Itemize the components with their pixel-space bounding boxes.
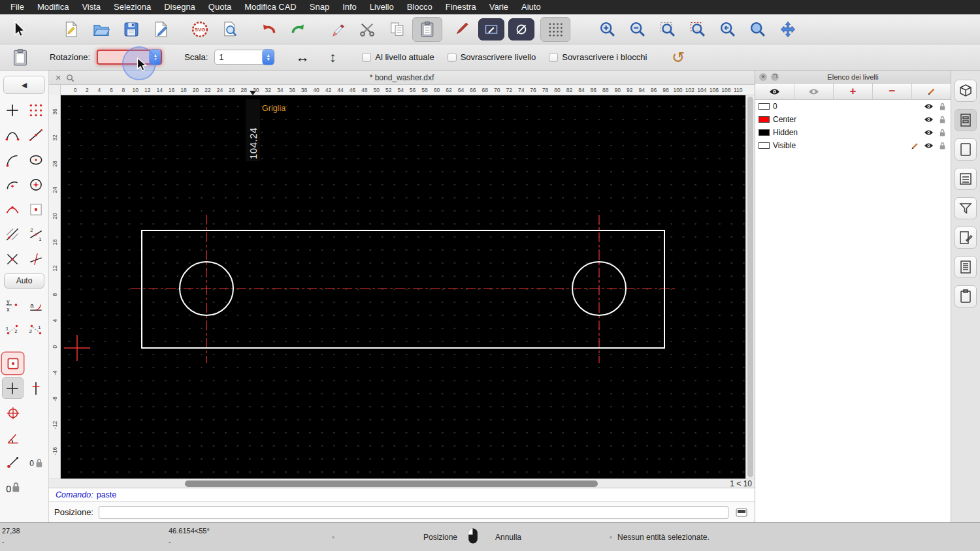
snap-distance-point-button[interactable] <box>2 452 24 473</box>
dock-library-browser-button[interactable] <box>955 227 977 249</box>
checkbox-al-livello-attuale[interactable]: Al livello attuale <box>362 52 434 62</box>
zoom-previous-button[interactable] <box>713 17 743 42</box>
menu-aiuto[interactable]: Aiuto <box>515 0 547 14</box>
layer-lock-icon[interactable] <box>937 129 947 137</box>
zoom-window-button[interactable] <box>743 17 773 42</box>
pan-button[interactable] <box>773 17 803 42</box>
scale-input[interactable]: 1 ▲▼ <box>214 50 274 65</box>
horizontal-scrollbar[interactable] <box>61 480 722 488</box>
menu-finestra[interactable]: Finestra <box>439 0 483 14</box>
snap-distance-manual-button[interactable]: 21 <box>25 223 47 245</box>
snap-distance-button[interactable] <box>2 223 24 245</box>
horizontal-scrollbar-thumb[interactable] <box>185 480 598 487</box>
snap-grid-button[interactable] <box>25 99 47 121</box>
layer-visibility-eye-icon[interactable] <box>923 103 934 110</box>
layer-visibility-eye-icon[interactable] <box>923 116 934 123</box>
edit-attributes-button[interactable] <box>478 18 504 40</box>
dock-selection-filter-button[interactable] <box>955 197 977 219</box>
relative-coordinates-button[interactable]: 12 <box>2 319 24 340</box>
zoom-in-button[interactable] <box>593 17 623 42</box>
grid-toggle-button[interactable] <box>540 17 570 42</box>
document-zoom-icon[interactable] <box>65 72 75 83</box>
delete-tool-button[interactable] <box>322 17 352 42</box>
menu-varie[interactable]: Varie <box>483 0 515 14</box>
menu-modifica-cad[interactable]: Modifica CAD <box>238 0 302 14</box>
flip-vertical-button[interactable]: ↕ <box>321 48 344 67</box>
restrict-orthogonal-button[interactable] <box>2 377 24 399</box>
reset-rotation-button[interactable]: ↺ <box>666 47 690 68</box>
copy-button[interactable] <box>382 17 412 42</box>
checkbox-sovrascrivere-i-blocchi[interactable]: Sovrascrivere i blocchi <box>549 52 647 62</box>
snap-tangent-button[interactable] <box>2 198 24 220</box>
panel-float-button[interactable]: ❐ <box>771 73 779 81</box>
scale-stepper[interactable]: ▲▼ <box>263 50 274 65</box>
menu-blocco[interactable]: Blocco <box>400 0 439 14</box>
checkbox-box[interactable] <box>448 53 457 62</box>
menu-livello[interactable]: Livello <box>363 0 400 14</box>
layer-lock-icon[interactable] <box>937 116 947 124</box>
show-all-layers-button[interactable] <box>755 84 794 99</box>
checkbox-sovrascrivere-livello[interactable]: Sovrascrivere livello <box>448 52 536 62</box>
layer-lock-icon[interactable] <box>937 102 947 111</box>
layer-row-0[interactable]: 0 <box>755 100 951 113</box>
dock-command-line-button[interactable] <box>955 256 977 278</box>
paste-button[interactable] <box>412 17 442 42</box>
checkbox-box[interactable] <box>362 53 371 62</box>
restrict-nothing-button[interactable] <box>2 353 24 374</box>
snap-perpendicular-button[interactable] <box>2 149 24 170</box>
snap-angle-button[interactable] <box>2 427 24 449</box>
vertical-scrollbar-thumb[interactable] <box>747 97 753 477</box>
hide-all-layers-button[interactable] <box>794 84 834 99</box>
layer-row-hidden[interactable]: Hidden <box>755 126 951 139</box>
menu-quota[interactable]: Quota <box>202 0 238 14</box>
layer-visibility-eye-icon[interactable] <box>923 129 934 136</box>
rotation-stepper[interactable]: ▲▼ <box>150 50 161 65</box>
zoom-selection-button[interactable] <box>683 17 713 42</box>
coordinate-polar-button[interactable]: a <box>25 294 47 315</box>
auto-snap-button[interactable]: Auto <box>4 273 44 289</box>
save-button[interactable] <box>116 17 146 42</box>
vertical-scrollbar[interactable] <box>745 95 755 479</box>
snap-middle-button[interactable] <box>25 198 47 220</box>
snap-center-button[interactable] <box>25 174 47 195</box>
dock-block-list-button[interactable] <box>955 138 977 161</box>
layer-row-visible[interactable]: Visible <box>755 139 951 152</box>
snap-intersection-manual-button[interactable] <box>25 248 47 270</box>
coordinate-cartesian-button[interactable]: yx <box>2 294 24 315</box>
select-tool-button[interactable] <box>4 17 34 42</box>
menu-snap[interactable]: Snap <box>303 0 336 14</box>
layer-row-center[interactable]: Center <box>755 113 951 126</box>
restrict-vertical-button[interactable] <box>25 377 47 399</box>
menu-seleziona[interactable]: Seleziona <box>107 0 157 14</box>
rotation-input[interactable]: ▲▼ <box>97 50 162 65</box>
zoom-auto-button[interactable] <box>653 17 683 42</box>
zoom-out-button[interactable] <box>623 17 653 42</box>
add-layer-button[interactable]: + <box>834 84 873 99</box>
snap-ellipse-button[interactable] <box>25 149 47 170</box>
dock-clipboard-panel-button[interactable] <box>955 285 977 307</box>
menu-vista[interactable]: Vista <box>75 0 107 14</box>
edit-drawing-button[interactable] <box>146 17 176 42</box>
diameter-tool-button[interactable] <box>508 18 534 40</box>
svg-export-button[interactable]: SVG <box>185 17 215 42</box>
set-relative-zero-button[interactable]: 0 <box>2 477 24 498</box>
dock-property-editor-button[interactable] <box>955 80 977 102</box>
menu-disegna[interactable]: Disegna <box>157 0 202 14</box>
absolute-coordinates-button[interactable]: 21 <box>25 319 47 340</box>
remove-layer-button[interactable]: − <box>873 84 912 99</box>
drawing-canvas[interactable]: 104.24 Griglia <box>61 95 745 479</box>
clipboard-tool-button[interactable] <box>5 46 35 69</box>
dock-view-list-button[interactable] <box>955 168 977 190</box>
cut-button[interactable] <box>352 17 382 42</box>
draw-pen-button[interactable] <box>446 17 476 42</box>
snap-free-button[interactable] <box>2 99 24 121</box>
checkbox-box[interactable] <box>549 53 558 62</box>
undo-button[interactable] <box>253 17 284 42</box>
snap-endpoints-button[interactable] <box>2 124 24 146</box>
close-document-button[interactable]: ✕ <box>53 72 63 83</box>
lock-relative-zero-button[interactable]: 0 <box>25 452 47 473</box>
dock-layer-list-button[interactable] <box>955 109 977 131</box>
print-preview-button[interactable] <box>215 17 245 42</box>
layer-lock-icon[interactable] <box>937 142 947 150</box>
command-panel-toggle-button[interactable] <box>734 506 749 519</box>
